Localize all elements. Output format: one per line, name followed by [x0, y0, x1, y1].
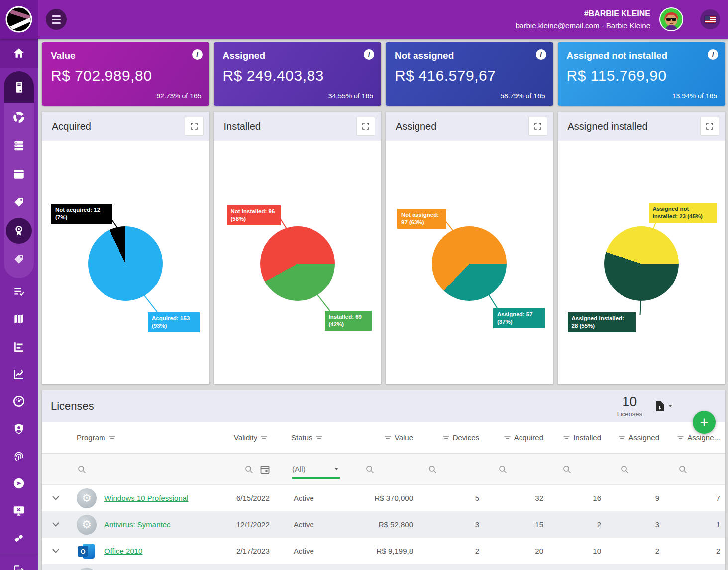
stat-card-assigned-not-installed: Assigned not installed i R$ 115.769,90 1…	[558, 42, 726, 106]
sidebar-item-dashboard[interactable]	[0, 387, 38, 415]
column-header-value[interactable]: Value	[346, 433, 416, 442]
table-row[interactable]: ⚙ Antivirus: Symantec 12/1/2022 Active R…	[42, 511, 725, 538]
status-filter-select[interactable]: (All)	[291, 465, 346, 474]
header-filter-icon[interactable]	[385, 435, 391, 440]
app-logo[interactable]	[0, 0, 38, 39]
program-link[interactable]: Antivirus: Symantec	[104, 520, 171, 529]
pie-label-not-installed: Not installed: 96 (58%)	[227, 205, 281, 225]
speedometer-icon	[12, 395, 25, 408]
stat-title: Value	[51, 50, 201, 61]
assigned-cell: 2	[604, 547, 662, 555]
sidebar-item-licenses[interactable]	[4, 216, 34, 245]
assigned-search[interactable]	[604, 465, 662, 474]
stat-title: Not assigned	[395, 50, 544, 61]
expand-icon[interactable]	[356, 117, 375, 136]
expand-icon[interactable]	[700, 117, 719, 136]
column-header-program[interactable]: Program	[70, 433, 234, 442]
column-header-acquired[interactable]: Acquired	[482, 433, 546, 442]
sidebar-item-analytics[interactable]	[0, 360, 38, 387]
sidebar-item-rankings[interactable]	[0, 333, 38, 360]
info-icon[interactable]: i	[536, 49, 546, 60]
assigned-installed-search[interactable]	[662, 465, 725, 474]
sidebar-item-deploy[interactable]	[0, 470, 38, 497]
column-header-installed[interactable]: Installed	[546, 433, 604, 442]
pie-label-installed: Installed: 69 (42%)	[325, 311, 372, 331]
chart-title: Assigned installed	[568, 121, 648, 132]
column-header-assigned-installed[interactable]: Assigne...	[662, 433, 725, 442]
stat-card-not-assigned: Not assigned i R$ 416.579,67 58.79% of 1…	[386, 42, 553, 106]
row-expand-chevron[interactable]	[42, 522, 70, 527]
installed-search[interactable]	[546, 465, 604, 474]
pie-chart-assigned-installed[interactable]	[604, 226, 679, 301]
row-expand-chevron[interactable]	[42, 496, 70, 500]
program-search[interactable]	[70, 465, 234, 474]
header-filter-icon[interactable]	[619, 435, 625, 440]
header-filter-icon[interactable]	[261, 435, 267, 440]
program-outlook-icon: O	[77, 541, 97, 561]
sidebar-item-map[interactable]	[0, 305, 38, 333]
header-filter-icon[interactable]	[563, 435, 570, 440]
table-row[interactable]: O Office 2010 2/17/2023 Active R$ 9,199,…	[42, 538, 725, 564]
sidebar-item-users[interactable]	[0, 415, 38, 442]
avatar[interactable]	[659, 7, 683, 31]
program-link[interactable]: Windows 10 Professional	[104, 494, 188, 502]
add-license-button[interactable]: +	[693, 411, 716, 434]
validity-filter[interactable]	[234, 465, 291, 474]
sidebar-item-home[interactable]	[0, 39, 38, 68]
column-header-assigned[interactable]: Assigned	[604, 433, 662, 442]
status-cell: Active	[291, 547, 346, 555]
expand-icon[interactable]	[528, 117, 547, 136]
stat-amount: R$ 416.579,67	[395, 67, 544, 84]
header-filter-icon[interactable]	[316, 435, 322, 440]
home-icon	[12, 47, 25, 60]
table-row-partial[interactable]: ⚙	[42, 564, 725, 570]
info-icon[interactable]: i	[364, 49, 374, 60]
servers-icon	[12, 139, 25, 152]
header-filter-icon[interactable]	[677, 435, 684, 440]
sidebar-item-tasks[interactable]	[0, 278, 38, 305]
header-filter-icon[interactable]	[109, 435, 115, 440]
column-header-validity[interactable]: Validity	[234, 433, 291, 442]
program-link[interactable]: Office 2010	[104, 547, 142, 555]
export-file-icon	[655, 401, 664, 411]
info-icon[interactable]: i	[192, 49, 203, 60]
pie-chart-assigned[interactable]	[432, 226, 507, 301]
sidebar-item-tags[interactable]	[4, 188, 34, 216]
sidebar-item-devices[interactable]	[4, 71, 34, 103]
hamburger-menu-icon[interactable]	[46, 9, 67, 30]
acquired-cell: 32	[482, 494, 546, 502]
export-menu[interactable]	[655, 401, 672, 411]
language-selector[interactable]	[700, 9, 720, 29]
table-row[interactable]: ⚙ Windows 10 Professional 6/15/2022 Acti…	[42, 485, 725, 511]
avatar-face-icon	[660, 8, 682, 30]
sidebar-item-logout[interactable]	[0, 556, 38, 570]
row-expand-chevron[interactable]	[42, 549, 70, 553]
column-header-devices[interactable]: Devices	[416, 433, 482, 442]
value-search[interactable]	[346, 465, 416, 474]
info-icon[interactable]: i	[708, 49, 718, 60]
account-tag: #BARBIE KLEINE	[516, 9, 650, 18]
map-icon	[12, 313, 25, 326]
calendar-icon[interactable]	[260, 465, 270, 474]
sidebar-item-integrations[interactable]	[0, 524, 38, 552]
devices-search[interactable]	[416, 465, 482, 474]
header-filter-icon[interactable]	[504, 435, 511, 440]
pie-chart-installed[interactable]	[260, 226, 335, 301]
expand-icon[interactable]	[185, 117, 204, 136]
header-filter-icon[interactable]	[443, 435, 449, 440]
org-chart-icon	[12, 340, 25, 353]
sidebar-item-remote[interactable]	[0, 497, 38, 524]
window-icon	[12, 168, 25, 181]
pie-label-assigned: Assigned: 57 (37%)	[493, 308, 545, 328]
sidebar-item-reports[interactable]	[4, 103, 34, 131]
pie-label-not-acquired: Not acquired: 12 (7%)	[51, 204, 112, 224]
sidebar-item-servers[interactable]	[4, 131, 34, 160]
logout-icon	[12, 564, 25, 570]
sidebar-item-labels[interactable]	[4, 245, 34, 273]
value-cell: R$ 370,000	[346, 494, 416, 502]
acquired-search[interactable]	[482, 465, 546, 474]
sidebar-item-security[interactable]	[0, 442, 38, 470]
sidebar-item-applications[interactable]	[4, 160, 34, 188]
pie-chart-acquired[interactable]	[88, 226, 163, 301]
column-header-status[interactable]: Status	[291, 433, 346, 442]
